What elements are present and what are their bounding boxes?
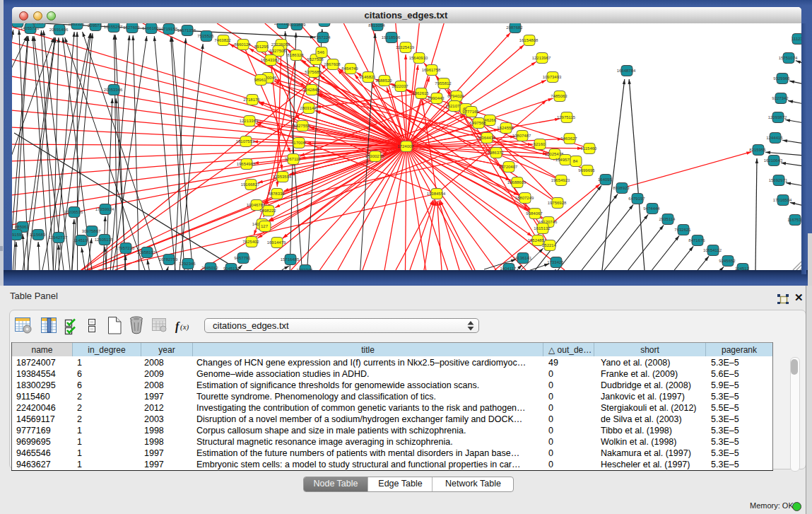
svg-text:9329966: 9329966 — [773, 76, 790, 81]
svg-text:6479197: 6479197 — [628, 197, 645, 201]
svg-text:11123: 11123 — [792, 37, 801, 41]
svg-text:1615132: 1615132 — [534, 226, 551, 230]
svg-text:18807249: 18807249 — [515, 196, 534, 200]
svg-text:7463822: 7463822 — [214, 38, 231, 42]
svg-text:84: 84 — [573, 159, 578, 163]
svg-text:16210643: 16210643 — [764, 158, 783, 163]
svg-text:20364436: 20364436 — [477, 136, 496, 140]
svg-text:15751074: 15751074 — [779, 56, 798, 60]
svg-text:6794024: 6794024 — [447, 94, 464, 98]
svg-text:17957225: 17957225 — [116, 246, 135, 250]
svg-text:12505135: 12505135 — [95, 238, 114, 242]
svg-text:9084067: 9084067 — [526, 211, 543, 216]
svg-text:2867608: 2867608 — [324, 62, 341, 66]
svg-text:1733426: 1733426 — [547, 260, 564, 264]
svg-text:19756928: 19756928 — [548, 201, 567, 205]
svg-text:7955812: 7955812 — [435, 81, 452, 86]
svg-text:8938923: 8938923 — [613, 186, 630, 190]
svg-text:12942737: 12942737 — [49, 235, 68, 240]
svg-text:10973493: 10973493 — [543, 75, 562, 79]
svg-text:1292346: 1292346 — [179, 262, 196, 266]
svg-text:15716485: 15716485 — [281, 257, 300, 262]
svg-text:10958107: 10958107 — [137, 250, 156, 255]
svg-text:9457791: 9457791 — [234, 256, 251, 260]
svg-text:10807487: 10807487 — [512, 134, 531, 138]
svg-text:12213967: 12213967 — [532, 56, 551, 60]
svg-text:20053346: 20053346 — [104, 88, 123, 92]
svg-text:39159: 39159 — [12, 233, 22, 237]
svg-text:3242848: 3242848 — [302, 88, 319, 92]
svg-text:7625402: 7625402 — [242, 240, 259, 244]
svg-text:19384554: 19384554 — [427, 192, 446, 196]
svg-text:1527602: 1527602 — [123, 25, 140, 30]
svg-text:1724007: 1724007 — [397, 144, 414, 148]
svg-text:8186328: 8186328 — [287, 53, 304, 57]
svg-text:209571: 209571 — [88, 23, 102, 28]
svg-text:16154808: 16154808 — [519, 38, 539, 42]
svg-text:2718176: 2718176 — [243, 98, 260, 102]
svg-text:116753: 116753 — [787, 218, 801, 222]
svg-text:(x): (x) — [180, 322, 189, 332]
svg-text:14136141: 14136141 — [513, 256, 532, 260]
svg-text:9327506: 9327506 — [269, 49, 286, 53]
svg-text:6466160: 6466160 — [142, 26, 159, 30]
svg-text:1063321: 1063321 — [68, 23, 85, 26]
svg-text:16648784: 16648784 — [617, 69, 636, 73]
svg-text:7515526: 7515526 — [197, 34, 214, 38]
svg-text:9777169: 9777169 — [462, 110, 479, 114]
svg-text:8427552: 8427552 — [293, 124, 310, 128]
svg-text:15300275: 15300275 — [365, 154, 384, 158]
svg-text:1822037: 1822037 — [392, 84, 408, 88]
svg-text:16961758: 16961758 — [422, 68, 441, 72]
svg-text:2399117: 2399117 — [12, 23, 25, 24]
svg-text:12353594: 12353594 — [273, 175, 292, 179]
svg-text:16033809: 16033809 — [287, 23, 306, 27]
svg-text:7632621: 7632621 — [674, 228, 691, 232]
svg-text:9146821: 9146821 — [359, 75, 376, 79]
svg-text:10688609: 10688609 — [507, 180, 526, 185]
svg-text:98961: 98961 — [254, 78, 266, 82]
svg-text:17359924: 17359924 — [95, 207, 114, 211]
svg-text:417006: 417006 — [291, 141, 306, 145]
svg-text:9245652: 9245652 — [719, 259, 736, 263]
svg-text:6497568: 6497568 — [469, 121, 486, 125]
svg-text:12093872: 12093872 — [768, 115, 787, 119]
svg-text:9115460: 9115460 — [581, 146, 598, 151]
svg-text:16914479: 16914479 — [267, 240, 286, 245]
svg-text:16543382: 16543382 — [261, 58, 280, 62]
svg-text:7986372: 7986372 — [487, 151, 504, 155]
svg-text:19654923: 19654923 — [551, 178, 570, 182]
svg-text:12213369: 12213369 — [240, 119, 259, 123]
svg-text:9699695: 9699695 — [578, 168, 595, 173]
svg-text:1362615: 1362615 — [412, 91, 429, 95]
svg-text:10655267: 10655267 — [104, 25, 123, 29]
svg-text:164095: 164095 — [598, 177, 613, 182]
svg-text:10654112: 10654112 — [703, 248, 722, 252]
svg-text:1244415: 1244415 — [766, 136, 783, 140]
svg-text:9474444: 9474444 — [643, 206, 660, 211]
svg-text:15720407: 15720407 — [499, 165, 518, 169]
svg-text:20206536: 20206536 — [64, 210, 83, 214]
svg-text:10046786: 10046786 — [247, 203, 266, 207]
svg-text:19166827: 19166827 — [241, 182, 260, 187]
svg-text:8813054: 8813054 — [368, 23, 385, 28]
svg-text:1588520: 1588520 — [375, 78, 392, 83]
svg-text:16671355: 16671355 — [177, 28, 196, 33]
svg-text:8990443: 8990443 — [428, 96, 445, 100]
svg-text:546: 546 — [317, 50, 325, 54]
svg-text:16782759: 16782759 — [159, 257, 178, 262]
svg-text:2803144: 2803144 — [300, 106, 317, 110]
svg-text:10719155: 10719155 — [159, 27, 178, 31]
svg-text:9227342: 9227342 — [772, 96, 789, 100]
svg-text:17016504: 17016504 — [773, 198, 792, 202]
svg-text:16107553: 16107553 — [236, 139, 255, 144]
svg-text:19654985: 19654985 — [237, 162, 256, 166]
svg-text:7485063: 7485063 — [551, 94, 567, 98]
svg-text:f: f — [175, 320, 180, 333]
svg-text:3267110: 3267110 — [285, 157, 302, 161]
svg-text:1624554: 1624554 — [497, 126, 514, 130]
svg-text:891295: 891295 — [254, 45, 269, 49]
svg-text:8215955: 8215955 — [749, 148, 766, 152]
svg-text:963217: 963217 — [32, 23, 47, 25]
svg-text:2087682: 2087682 — [506, 25, 523, 30]
